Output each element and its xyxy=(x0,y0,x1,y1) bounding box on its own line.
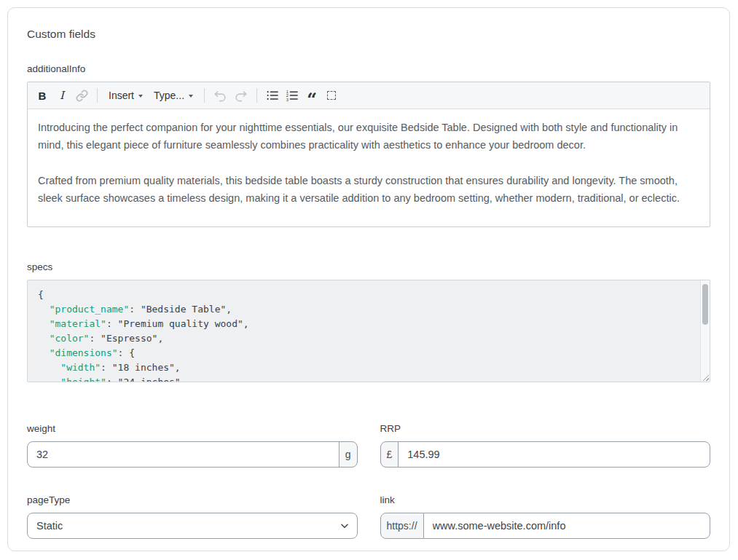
bullet-list-button[interactable] xyxy=(263,86,282,105)
link-label: link xyxy=(380,494,711,505)
rrp-field: RRP £ xyxy=(380,423,711,468)
pagetype-link-row: pageType Static link https:// xyxy=(27,494,710,539)
link-input-group: https:// xyxy=(380,513,711,539)
rte-toolbar: B I Insert Type... xyxy=(28,82,710,109)
bold-button[interactable]: B xyxy=(33,86,52,105)
redo-button[interactable] xyxy=(231,86,251,105)
italic-button[interactable]: I xyxy=(52,86,71,105)
weight-field: weight g xyxy=(27,423,358,468)
undo-icon xyxy=(213,89,227,103)
numbered-list-button[interactable]: 1 2 3 xyxy=(283,86,302,105)
dashed-square-icon xyxy=(327,91,336,100)
insert-menu-button[interactable]: Insert xyxy=(103,86,148,105)
weight-unit-addon: g xyxy=(339,441,358,468)
rrp-label: RRP xyxy=(380,423,711,434)
toolbar-divider xyxy=(204,88,205,103)
pagetype-field: pageType Static xyxy=(27,494,358,539)
type-menu-label: Type... xyxy=(154,90,184,101)
frame-button[interactable] xyxy=(322,86,341,105)
pagetype-label: pageType xyxy=(27,494,358,505)
editor-paragraph: Introducing the perfect companion for yo… xyxy=(38,119,699,154)
bullet-list-icon xyxy=(266,89,279,102)
specs-label: specs xyxy=(27,261,710,272)
link-field: link https:// xyxy=(380,494,711,539)
link-icon xyxy=(76,90,88,102)
page-title: Custom fields xyxy=(27,28,710,41)
link-input[interactable] xyxy=(423,513,710,539)
type-menu-button[interactable]: Type... xyxy=(149,86,198,105)
specs-scrollbar-thumb[interactable] xyxy=(702,284,708,325)
pagetype-select-wrap: Static xyxy=(27,513,358,539)
svg-text:3: 3 xyxy=(286,98,288,102)
rrp-input[interactable] xyxy=(398,441,710,468)
custom-fields-card: Custom fields additionalInfo B I Inse xyxy=(7,7,730,551)
weight-input[interactable] xyxy=(27,441,339,468)
weight-rrp-row: weight g RRP £ xyxy=(27,423,710,468)
weight-input-group: g xyxy=(27,441,358,468)
specs-scrollbar[interactable] xyxy=(700,280,710,382)
additionalinfo-label: additionalInfo xyxy=(27,63,710,74)
chevron-down-icon xyxy=(138,95,143,98)
undo-button[interactable] xyxy=(211,86,230,105)
rich-text-editor: B I Insert Type... xyxy=(27,82,710,227)
insert-menu-label: Insert xyxy=(109,90,134,101)
specs-code-editor[interactable]: { "product_name": "Bedside Table", "mate… xyxy=(27,280,710,382)
weight-label: weight xyxy=(27,423,358,434)
blockquote-button[interactable]: “ xyxy=(302,86,321,105)
pagetype-select[interactable]: Static xyxy=(27,513,358,539)
redo-icon xyxy=(234,89,248,103)
rrp-input-group: £ xyxy=(380,441,711,468)
specs-field: specs { "product_name": "Bedside Table",… xyxy=(27,261,710,382)
numbered-list-icon: 1 2 3 xyxy=(286,89,299,102)
additionalinfo-field: additionalInfo B I Insert xyxy=(27,63,710,227)
rte-content-editable[interactable]: Introducing the perfect companion for yo… xyxy=(28,109,710,227)
toolbar-divider xyxy=(97,88,98,103)
link-button[interactable] xyxy=(72,86,91,105)
specs-code-content[interactable]: { "product_name": "Bedside Table", "mate… xyxy=(28,280,710,382)
editor-paragraph: Crafted from premium quality materials, … xyxy=(38,172,699,207)
currency-addon: £ xyxy=(380,441,399,468)
blockquote-icon: “ xyxy=(307,87,317,103)
chevron-down-icon xyxy=(189,95,193,98)
toolbar-divider xyxy=(256,88,257,103)
protocol-addon: https:// xyxy=(380,513,424,539)
